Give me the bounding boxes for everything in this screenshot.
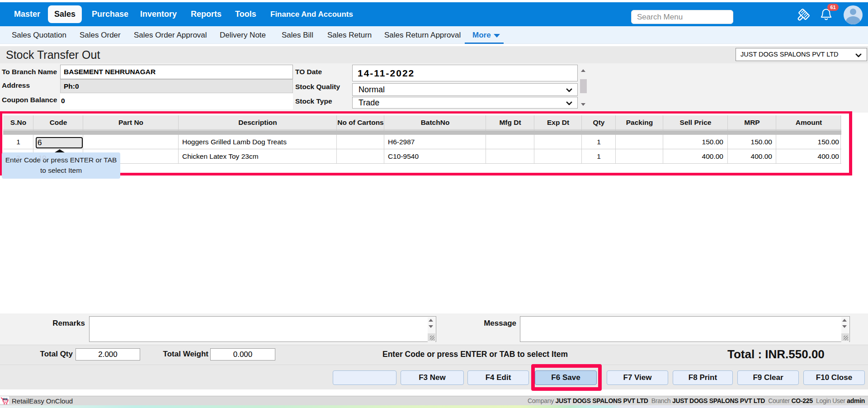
svg-text:RE: RE (3, 397, 8, 401)
